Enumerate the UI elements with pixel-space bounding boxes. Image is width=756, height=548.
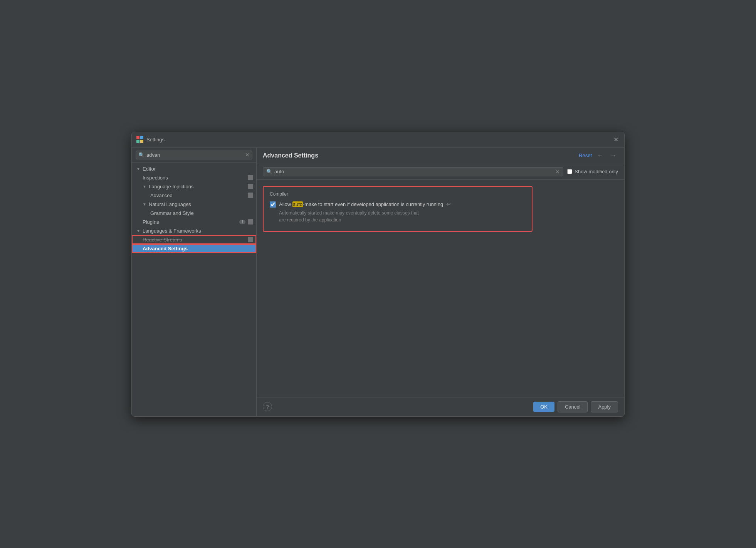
- setting-main-text: Allow auto-make to start even if develop…: [279, 201, 451, 207]
- ok-button[interactable]: OK: [533, 402, 554, 412]
- advanced-icon: [248, 193, 253, 198]
- allow-automake-checkbox[interactable]: [270, 201, 276, 208]
- panel-body: Compiler Allow auto-make to start even i…: [257, 180, 624, 397]
- apply-button[interactable]: Apply: [591, 401, 618, 412]
- help-button[interactable]: ?: [263, 402, 272, 411]
- description-line1: Automatically started make may eventuall…: [279, 210, 419, 216]
- panel-header: Advanced Settings Reset ← →: [257, 147, 624, 164]
- setting-text-after: -make to start even if developed applica…: [303, 201, 443, 207]
- panel-search-icon: 🔍: [266, 169, 272, 174]
- collapse-arrow-natural: ▼: [143, 202, 147, 206]
- sidebar-item-label-inspections: Inspections: [143, 175, 246, 181]
- main-content: 🔍 ✕ ▼ Editor Inspections ▼: [132, 147, 624, 416]
- svg-rect-1: [140, 136, 143, 139]
- sidebar-item-reactive-streams[interactable]: Reactive Streams: [132, 235, 256, 244]
- panel-title: Advanced Settings: [263, 152, 575, 159]
- sidebar-item-languages-frameworks[interactable]: ▼ Languages & Frameworks: [132, 226, 256, 235]
- panel-search-input[interactable]: [274, 169, 553, 174]
- compiler-section: Compiler Allow auto-make to start even i…: [263, 186, 533, 232]
- compiler-setting-row: Allow auto-make to start even if develop…: [270, 201, 526, 224]
- show-modified-wrap: Show modified only: [567, 169, 618, 174]
- sidebar-item-label-plugins: Plugins: [143, 219, 238, 225]
- titlebar: Settings ✕: [132, 132, 624, 147]
- sidebar-item-natural-languages[interactable]: ▼ Natural Languages: [132, 200, 256, 209]
- reset-setting-icon[interactable]: ↩: [446, 201, 451, 207]
- sidebar-tree: ▼ Editor Inspections ▼ Language Injectio…: [132, 163, 256, 416]
- sidebar-search-clear[interactable]: ✕: [245, 152, 250, 158]
- lang-injections-icon: [248, 184, 253, 189]
- plugins-badge: 1: [239, 220, 245, 224]
- svg-rect-2: [136, 140, 139, 143]
- description-line2: are required by the application: [279, 217, 341, 223]
- sidebar-item-label-grammar: Grammar and Style: [150, 210, 253, 216]
- sidebar-item-inspections[interactable]: Inspections: [132, 173, 256, 182]
- svg-rect-3: [140, 140, 143, 143]
- reset-button[interactable]: Reset: [579, 153, 592, 158]
- plugins-icon: [248, 219, 253, 225]
- window-title: Settings: [146, 137, 612, 142]
- search-icon: 🔍: [138, 152, 144, 158]
- sidebar-search-input[interactable]: [146, 152, 243, 158]
- sidebar-search-wrap: 🔍 ✕: [136, 151, 252, 159]
- sidebar-item-editor[interactable]: ▼ Editor: [132, 164, 256, 173]
- footer: ? OK Cancel Apply: [257, 397, 624, 416]
- reactive-streams-icon: [248, 237, 253, 242]
- sidebar-search-area: 🔍 ✕: [132, 147, 256, 163]
- back-button[interactable]: ←: [596, 151, 605, 160]
- collapse-arrow-lf: ▼: [136, 229, 141, 233]
- sidebar: 🔍 ✕ ▼ Editor Inspections ▼: [132, 147, 257, 416]
- show-modified-label: Show modified only: [575, 169, 618, 174]
- app-icon: [136, 136, 143, 143]
- close-button[interactable]: ✕: [612, 136, 620, 143]
- svg-rect-0: [136, 136, 139, 139]
- collapse-arrow-lang: ▼: [143, 184, 147, 189]
- setting-text-wrap: Allow auto-make to start even if develop…: [279, 201, 526, 224]
- sidebar-item-label-reactive: Reactive Streams: [143, 237, 246, 243]
- inspections-icon: [248, 175, 253, 180]
- panel-search-wrap: 🔍 ✕: [263, 167, 563, 176]
- sidebar-item-advanced[interactable]: Advanced: [132, 191, 256, 200]
- right-panel: Advanced Settings Reset ← → 🔍 ✕ Show mod…: [257, 147, 624, 416]
- sidebar-item-label-editor: Editor: [143, 166, 253, 172]
- sidebar-item-label-lang-injections: Language Injections: [149, 184, 246, 189]
- cancel-button[interactable]: Cancel: [558, 401, 588, 412]
- sidebar-item-label-advanced-settings: Advanced Settings: [143, 246, 253, 251]
- show-modified-checkbox[interactable]: [567, 169, 572, 174]
- settings-dialog: Settings ✕ 🔍 ✕ ▼ Editor Inspect: [131, 132, 625, 417]
- sidebar-item-plugins[interactable]: Plugins 1: [132, 218, 256, 226]
- sidebar-item-advanced-settings[interactable]: Advanced Settings: [132, 244, 256, 253]
- setting-highlight: auto: [292, 201, 303, 207]
- sidebar-item-grammar[interactable]: Grammar and Style: [132, 209, 256, 218]
- collapse-arrow-editor: ▼: [136, 167, 141, 171]
- setting-text-before: Allow: [279, 201, 292, 207]
- sidebar-item-label-natural-langs: Natural Languages: [149, 201, 253, 207]
- setting-description: Automatically started make may eventuall…: [279, 209, 526, 223]
- compiler-section-label: Compiler: [270, 191, 526, 197]
- forward-button[interactable]: →: [609, 151, 618, 160]
- panel-search-bar: 🔍 ✕ Show modified only: [257, 164, 624, 180]
- panel-search-clear[interactable]: ✕: [555, 169, 560, 175]
- sidebar-item-language-injections[interactable]: ▼ Language Injections: [132, 182, 256, 191]
- sidebar-item-label-lf: Languages & Frameworks: [143, 228, 253, 234]
- sidebar-item-label-advanced: Advanced: [150, 193, 246, 198]
